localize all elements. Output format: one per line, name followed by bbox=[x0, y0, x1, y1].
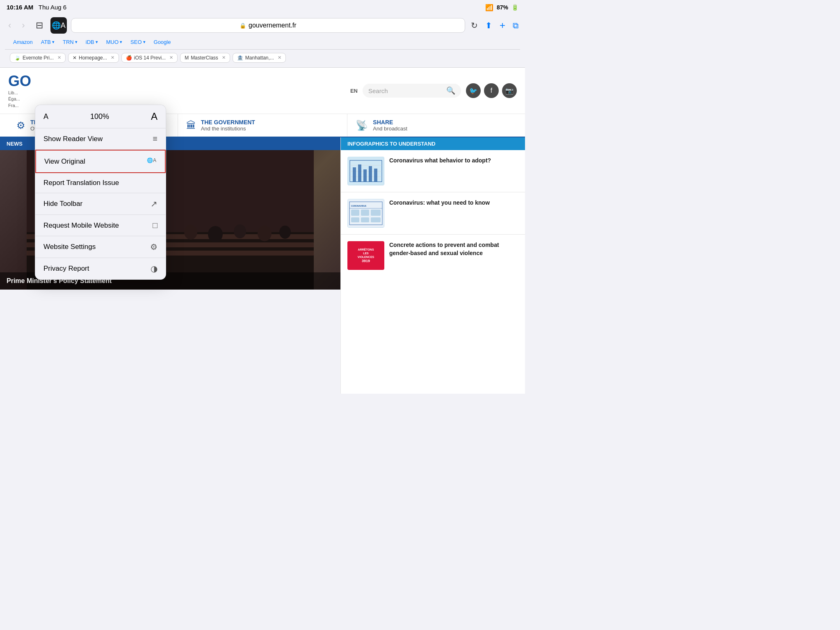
dropdown-menu: A 100% A Show Reader View ≡ View Origina… bbox=[35, 105, 166, 280]
battery-indicator: 87% bbox=[497, 4, 508, 11]
tabs-button[interactable]: ⧉ bbox=[511, 19, 520, 32]
tab-favicon: 🍎 bbox=[126, 55, 132, 61]
tab-evernote[interactable]: 🍃 Evernote Pri... ✕ bbox=[10, 53, 66, 63]
menu-item-label: Hide Toolbar bbox=[43, 200, 82, 208]
back-button[interactable]: ‹ bbox=[5, 18, 14, 32]
bookmark-label: iDB bbox=[86, 39, 94, 45]
tab-favicon: 🏦 bbox=[237, 55, 243, 61]
request-mobile-item[interactable]: Request Mobile Website □ bbox=[35, 215, 166, 236]
chevron-down-icon: ▾ bbox=[75, 39, 78, 45]
close-icon[interactable]: ✕ bbox=[169, 55, 173, 60]
font-control: A 100% A bbox=[35, 105, 166, 128]
chevron-down-icon: ▾ bbox=[96, 39, 98, 45]
mobile-icon: □ bbox=[153, 221, 158, 230]
show-reader-view-item[interactable]: Show Reader View ≡ bbox=[35, 128, 166, 150]
bookmark-amazon[interactable]: Amazon bbox=[10, 37, 36, 47]
status-left: 10:16 AM Thu Aug 6 bbox=[7, 4, 66, 11]
chevron-down-icon: ▾ bbox=[52, 39, 55, 45]
font-increase-button[interactable]: A bbox=[151, 111, 158, 122]
chevron-down-icon: ▾ bbox=[143, 39, 146, 45]
status-date: Thu Aug 6 bbox=[39, 4, 66, 11]
chevron-down-icon: ▾ bbox=[120, 39, 122, 45]
status-bar: 10:16 AM Thu Aug 6 📶 87% 🔋 bbox=[0, 0, 525, 15]
bookmark-label: MUO bbox=[106, 39, 119, 45]
nav-bar: ‹ › ⊟ 🌐A 🔒 gouvernement.fr ↻ ⬆ + ⧉ bbox=[5, 16, 520, 34]
bookmark-label: SEO bbox=[130, 39, 142, 45]
translate-original-icon: 🌐A→ bbox=[147, 156, 157, 167]
menu-item-label: Privacy Report bbox=[43, 265, 89, 273]
content-wrapper: GO Lib... Éga... Fra... EN Search 🔍 🐦 bbox=[0, 68, 525, 394]
status-time: 10:16 AM bbox=[7, 4, 33, 11]
forward-button[interactable]: › bbox=[18, 18, 28, 32]
bookmark-seo[interactable]: SEO ▾ bbox=[127, 37, 148, 47]
tab-label: Homepage... bbox=[79, 55, 107, 61]
bookmark-muo[interactable]: MUO ▾ bbox=[103, 37, 126, 47]
tab-label: Evernote Pri... bbox=[23, 55, 54, 61]
website-settings-item[interactable]: Website Settings ⚙ bbox=[35, 236, 166, 258]
status-right: 📶 87% 🔋 bbox=[485, 4, 518, 11]
reload-button[interactable]: ↻ bbox=[469, 19, 479, 32]
tab-manhattan[interactable]: 🏦 Manhattan,... ✕ bbox=[233, 53, 286, 63]
gear-icon: ⚙ bbox=[150, 242, 158, 252]
bookmark-idb[interactable]: iDB ▾ bbox=[82, 37, 101, 47]
lock-icon: 🔒 bbox=[240, 23, 246, 29]
bookmark-google[interactable]: Google bbox=[151, 37, 174, 47]
menu-item-label: Request Mobile Website bbox=[43, 221, 119, 230]
tab-favicon: ✕ bbox=[73, 55, 77, 61]
close-icon[interactable]: ✕ bbox=[278, 55, 281, 60]
svg-text:🌐A→: 🌐A→ bbox=[147, 157, 157, 163]
tab-label: MasterClass bbox=[191, 55, 218, 61]
reader-view-icon: ≡ bbox=[153, 134, 158, 144]
view-original-item[interactable]: View Original 🌐A→ bbox=[35, 150, 166, 173]
tab-homepage[interactable]: ✕ Homepage... ✕ bbox=[68, 53, 119, 63]
translate-icon: 🌐A bbox=[52, 21, 66, 30]
dropdown-overlay: A 100% A Show Reader View ≡ View Origina… bbox=[0, 68, 525, 394]
close-icon[interactable]: ✕ bbox=[57, 55, 61, 60]
tab-masterclass[interactable]: M MasterClass ✕ bbox=[180, 53, 230, 63]
report-translation-item[interactable]: Report Translation Issue bbox=[35, 173, 166, 193]
menu-item-label: Show Reader View bbox=[43, 135, 103, 143]
menu-item-label: Website Settings bbox=[43, 243, 96, 251]
privacy-icon: ◑ bbox=[151, 264, 158, 274]
close-icon[interactable]: ✕ bbox=[111, 55, 114, 60]
bookmark-label: TRN bbox=[63, 39, 74, 45]
bookmark-atb[interactable]: ATB ▾ bbox=[38, 37, 58, 47]
tab-favicon: 🍃 bbox=[14, 55, 21, 61]
bookmark-label: Google bbox=[154, 39, 171, 45]
tab-ios-preview[interactable]: 🍎 iOS 14 Previ... ✕ bbox=[121, 53, 178, 63]
font-percentage: 100% bbox=[90, 112, 109, 121]
bookmark-label: Amazon bbox=[13, 39, 33, 45]
privacy-report-item[interactable]: Privacy Report ◑ bbox=[35, 258, 166, 279]
translate-button[interactable]: 🌐A bbox=[50, 17, 67, 34]
url-text: gouvernement.fr bbox=[249, 22, 297, 29]
tabs-row: 🍃 Evernote Pri... ✕ ✕ Homepage... ✕ 🍎 iO… bbox=[5, 49, 520, 66]
url-bar[interactable]: 🔒 gouvernement.fr bbox=[71, 18, 465, 33]
browser-chrome: ‹ › ⊟ 🌐A 🔒 gouvernement.fr ↻ ⬆ + ⧉ Amazo… bbox=[0, 15, 525, 68]
bookmark-trn[interactable]: TRN ▾ bbox=[59, 37, 81, 47]
bookmarks-bar: Amazon ATB ▾ TRN ▾ iDB ▾ MUO ▾ SEO ▾ bbox=[5, 34, 520, 49]
translate-icon: 🌐A→ bbox=[147, 156, 157, 164]
tab-label: iOS 14 Previ... bbox=[134, 55, 166, 61]
wifi-icon: 📶 bbox=[485, 4, 493, 11]
bookmarks-button[interactable]: ⊟ bbox=[32, 18, 46, 32]
menu-item-label: View Original bbox=[44, 158, 85, 166]
tab-favicon: M bbox=[185, 55, 189, 61]
hide-toolbar-icon: ↗ bbox=[151, 199, 158, 209]
share-button[interactable]: ⬆ bbox=[484, 19, 494, 32]
page-wrapper: 10:16 AM Thu Aug 6 📶 87% 🔋 ‹ › ⊟ 🌐A 🔒 go… bbox=[0, 0, 525, 394]
font-decrease-button[interactable]: A bbox=[43, 112, 48, 121]
hide-toolbar-item[interactable]: Hide Toolbar ↗ bbox=[35, 193, 166, 215]
battery-icon: 🔋 bbox=[511, 4, 518, 11]
tab-label: Manhattan,... bbox=[245, 55, 274, 61]
close-icon[interactable]: ✕ bbox=[222, 55, 226, 60]
add-tab-button[interactable]: + bbox=[498, 18, 507, 33]
menu-item-label: Report Translation Issue bbox=[43, 179, 119, 187]
bookmark-label: ATB bbox=[41, 39, 51, 45]
